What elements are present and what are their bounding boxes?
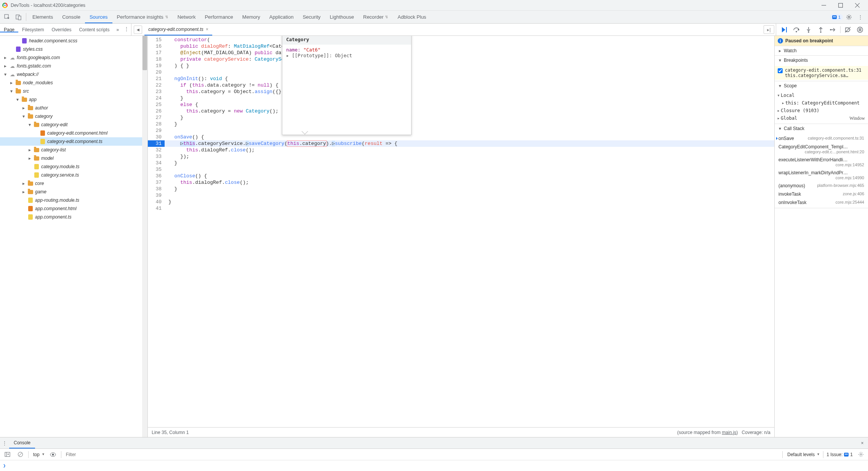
drawer-menu-icon[interactable]: ⋮	[0, 437, 9, 448]
tree-item[interactable]: ▾src	[0, 87, 147, 95]
tab-lighthouse[interactable]: Lighthouse	[325, 11, 359, 23]
tree-item[interactable]: ▸author	[0, 104, 147, 112]
tree-item[interactable]: category.service.ts	[0, 171, 147, 179]
console-input[interactable]: ❯	[0, 460, 868, 471]
stack-frame[interactable]: executeListenerWithErrorHandli…core.mjs:…	[775, 156, 868, 169]
subtab-overrides[interactable]: Overrides	[48, 27, 75, 32]
file-navigator[interactable]: header.component.scssstyles.css▸☁fonts.g…	[0, 36, 148, 437]
tree-item[interactable]: ▸node_modules	[0, 79, 147, 87]
tab-application[interactable]: Application	[265, 11, 298, 23]
tab-sources[interactable]: Sources	[85, 11, 112, 23]
step-over-button[interactable]	[791, 25, 801, 35]
breakpoint-checkbox[interactable]	[778, 68, 783, 73]
stack-frame[interactable]: wrapListenerIn_markDirtyAndPr…core.mjs:1…	[775, 169, 868, 182]
scrollbar-track[interactable]	[142, 36, 147, 437]
tree-item[interactable]: app.component.html	[0, 204, 147, 213]
subtab-page[interactable]: Page	[0, 27, 18, 32]
log-levels-selector[interactable]: Default levels	[786, 450, 820, 459]
tree-item[interactable]: category-edit.component.html	[0, 129, 147, 137]
tab-recorder[interactable]: Recorder↯	[359, 11, 393, 23]
tab-performance[interactable]: Performance	[200, 11, 237, 23]
tree-item[interactable]: ▸model	[0, 154, 147, 162]
drawer-tab-console[interactable]: Console	[9, 437, 35, 448]
step-into-button[interactable]	[804, 25, 814, 35]
subtab-content-scripts[interactable]: Content scripts	[75, 27, 113, 32]
scope-local[interactable]: ▾Local	[775, 92, 868, 99]
issues-link[interactable]: 1 Issue: 1	[826, 452, 853, 457]
tree-item[interactable]: ▸game	[0, 188, 147, 196]
tab-elements[interactable]: Elements	[28, 11, 58, 23]
object-hover-popup[interactable]: Category name: "Cat6" ▸ [[Prototype]]: O…	[282, 36, 412, 135]
step-out-button[interactable]	[816, 25, 826, 35]
console-settings-icon[interactable]	[856, 450, 866, 460]
tree-item[interactable]: header.component.scss	[0, 37, 147, 45]
breakpoint-item[interactable]: category-edit.component.ts:31 this.categ…	[775, 66, 868, 80]
live-expression-icon[interactable]	[48, 450, 58, 460]
stack-frame[interactable]: (anonymous)platform-browser.mjs:465	[775, 182, 868, 190]
nav-back-button[interactable]: ◄	[134, 26, 142, 34]
device-toggle-icon[interactable]	[13, 11, 24, 23]
file-tab[interactable]: category-edit.component.ts ×	[144, 24, 212, 35]
tree-item[interactable]: app.component.ts	[0, 213, 147, 221]
resume-button[interactable]	[779, 25, 789, 35]
line-gutter[interactable]: 1516171819202122232425262728293031323334…	[148, 36, 165, 427]
breakpoints-section[interactable]: ▾Breakpoints	[775, 56, 868, 65]
stack-frame[interactable]: onSavecategory-edit.component.ts:31	[775, 134, 868, 143]
folder-icon	[21, 96, 27, 103]
tree-item[interactable]: ▾app	[0, 95, 147, 104]
maximize-button[interactable]	[832, 0, 849, 11]
settings-icon[interactable]	[844, 12, 854, 23]
cursor-position: Line 35, Column 1	[152, 430, 189, 435]
tab-security[interactable]: Security	[298, 11, 325, 23]
tab-network[interactable]: Network	[173, 11, 200, 23]
close-button[interactable]	[849, 0, 866, 11]
scrollbar-thumb[interactable]	[143, 36, 147, 70]
tree-item[interactable]: ▸☁fonts.googleapis.com	[0, 53, 147, 62]
close-file-icon[interactable]: ×	[206, 27, 208, 32]
scope-section[interactable]: ▾Scope	[775, 81, 868, 90]
tab-console[interactable]: Console	[58, 11, 85, 23]
scope-closure[interactable]: ▸Closure (9103)	[775, 107, 868, 114]
tree-item[interactable]: ▸☁fonts.gstatic.com	[0, 62, 147, 70]
console-sidebar-toggle[interactable]	[2, 450, 12, 460]
callstack-section[interactable]: ▾Call Stack	[775, 124, 868, 133]
navigator-menu-icon[interactable]: ⋮	[122, 24, 131, 34]
tree-item[interactable]: ▾category	[0, 112, 147, 121]
sourcemap-link[interactable]: main.js	[722, 430, 737, 435]
debugger-sidebar: i Paused on breakpoint ▸Watch ▾Breakpoin…	[775, 36, 868, 437]
step-button[interactable]	[828, 25, 838, 35]
tab-performance-insights[interactable]: Performance insights↯	[112, 11, 173, 23]
tree-item[interactable]: styles.css	[0, 45, 147, 53]
stack-frame[interactable]: CategoryEditComponent_Templ…category-edi…	[775, 143, 868, 156]
scope-global[interactable]: ▸GlobalWindow	[775, 114, 868, 122]
more-menu-icon[interactable]: ⋮	[855, 12, 866, 23]
watch-section[interactable]: ▸Watch	[775, 46, 868, 55]
deactivate-breakpoints-button[interactable]	[843, 25, 853, 35]
more-sources-tabs[interactable]: »	[113, 24, 122, 35]
code-lines[interactable]: constructor( public dialogRef: MatDialog…	[165, 36, 774, 427]
clear-console-icon[interactable]	[15, 450, 25, 460]
console-filter-input[interactable]	[64, 450, 780, 459]
stack-frame[interactable]: invokeTaskzone.js:406	[775, 190, 868, 198]
close-drawer-icon[interactable]: ×	[857, 437, 868, 448]
tree-item[interactable]: app-routing.module.ts	[0, 196, 147, 204]
run-snippet-button[interactable]: ▸|	[764, 25, 774, 34]
tab-memory[interactable]: Memory	[238, 11, 265, 23]
tree-item[interactable]: ▾☁webpack://	[0, 70, 147, 79]
tree-item[interactable]: category-edit.component.ts	[0, 137, 147, 146]
pause-exceptions-button[interactable]	[855, 25, 865, 35]
scope-this[interactable]: ▸this: CategoryEditComponent	[775, 99, 868, 107]
tree-item[interactable]: category.module.ts	[0, 162, 147, 171]
subtab-filesystem[interactable]: Filesystem	[18, 27, 48, 32]
context-selector[interactable]: top	[32, 450, 45, 459]
tree-item[interactable]: ▸core	[0, 179, 147, 188]
inspect-element-icon[interactable]	[2, 11, 13, 23]
tab-adblock-plus[interactable]: Adblock Plus	[393, 11, 431, 23]
code-editor[interactable]: 1516171819202122232425262728293031323334…	[148, 36, 775, 437]
stack-frame[interactable]: onInvokeTaskcore.mjs:25444	[775, 198, 868, 207]
tree-item[interactable]: ▸category-list	[0, 146, 147, 154]
tree-item[interactable]: ▾category-edit	[0, 121, 147, 129]
minimize-button[interactable]	[815, 0, 832, 11]
hover-prototype[interactable]: ▸ [[Prototype]]: Object	[286, 53, 407, 58]
issues-indicator[interactable]: 1	[830, 14, 843, 20]
